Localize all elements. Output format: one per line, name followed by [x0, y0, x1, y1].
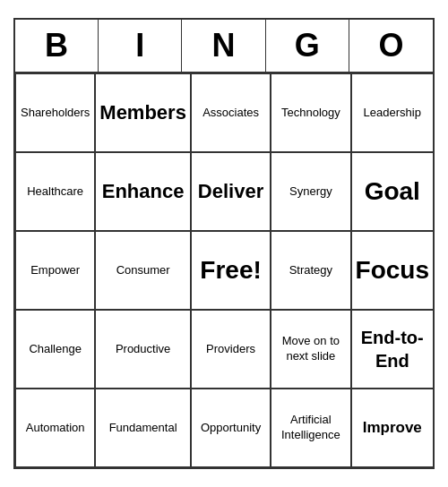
cell-r1-c3: Synergy: [271, 152, 350, 231]
cell-r4-c1: Fundamental: [95, 389, 191, 467]
cell-r4-c4: Improve: [351, 389, 433, 467]
cell-r4-c2: Opportunity: [191, 389, 271, 467]
cell-r3-c2: Providers: [191, 310, 271, 389]
cell-r3-c3: Move on to next slide: [271, 310, 350, 389]
cell-r2-c3: Strategy: [271, 231, 350, 310]
cell-r3-c4: End-to-End: [351, 310, 433, 389]
cell-r4-c0: Automation: [15, 389, 95, 467]
cell-r1-c1: Enhance: [95, 152, 191, 231]
cell-r4-c3: Artificial Intelligence: [271, 389, 350, 467]
cell-r3-c0: Challenge: [15, 310, 95, 389]
cell-r0-c1: Members: [95, 73, 191, 152]
header-letter-o: O: [349, 20, 433, 72]
cell-r2-c4: Focus: [351, 231, 433, 310]
cell-r1-c0: Healthcare: [15, 152, 95, 231]
cell-r2-c0: Empower: [15, 231, 95, 310]
cell-r1-c4: Goal: [351, 152, 433, 231]
header-letter-i: I: [99, 20, 182, 72]
cell-r0-c0: Shareholders: [15, 73, 95, 152]
cell-r2-c2: Free!: [191, 231, 271, 310]
header-letter-g: G: [266, 20, 349, 72]
header-letter-n: N: [182, 20, 265, 72]
bingo-header: BINGO: [15, 20, 433, 73]
cell-r1-c2: Deliver: [191, 152, 271, 231]
header-letter-b: B: [15, 20, 99, 72]
cell-r0-c3: Technology: [271, 73, 350, 152]
cell-r3-c1: Productive: [95, 310, 191, 389]
cell-r0-c2: Associates: [191, 73, 271, 152]
bingo-card: BINGO ShareholdersMembersAssociatesTechn…: [13, 18, 435, 469]
bingo-grid: ShareholdersMembersAssociatesTechnologyL…: [15, 73, 433, 467]
cell-r0-c4: Leadership: [351, 73, 433, 152]
cell-r2-c1: Consumer: [95, 231, 191, 310]
